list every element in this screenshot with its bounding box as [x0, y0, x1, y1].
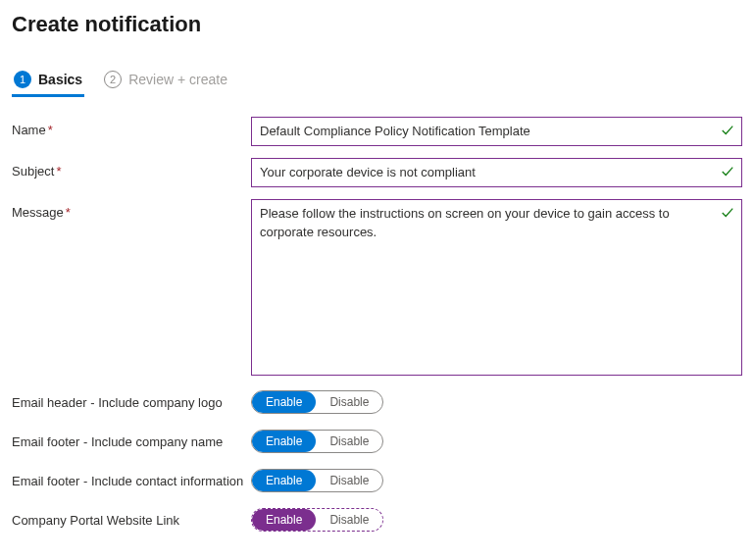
field-row-name: Name*: [12, 117, 742, 146]
toggle-portal-link[interactable]: Enable Disable: [251, 508, 383, 532]
toggle-label: Email footer - Include contact informati…: [12, 474, 251, 488]
tab-basics[interactable]: 1 Basics: [12, 65, 84, 97]
wizard-tabs: 1 Basics 2 Review + create: [12, 65, 742, 97]
toggle-option-disable[interactable]: Disable: [316, 470, 382, 491]
toggle-footer-contact[interactable]: Enable Disable: [251, 469, 383, 492]
input-wrap: Please follow the instructions on screen…: [251, 199, 742, 379]
toggle-row-footer-name: Email footer - Include company name Enab…: [12, 430, 742, 453]
toggle-label: Company Portal Website Link: [12, 513, 251, 528]
field-row-message: Message* Please follow the instructions …: [12, 199, 742, 379]
name-input[interactable]: [251, 117, 742, 146]
message-textarea[interactable]: Please follow the instructions on screen…: [251, 199, 742, 376]
label-message: Message*: [12, 199, 251, 220]
field-row-subject: Subject*: [12, 158, 742, 187]
toggle-option-enable[interactable]: Enable: [252, 509, 316, 531]
toggle-row-footer-contact: Email footer - Include contact informati…: [12, 469, 742, 492]
label-subject: Subject*: [12, 158, 251, 178]
toggle-header-logo[interactable]: Enable Disable: [251, 390, 383, 414]
required-asterisk: *: [56, 164, 61, 178]
toggle-option-disable[interactable]: Disable: [316, 431, 382, 452]
label-text: Subject: [12, 164, 54, 178]
label-text: Name: [12, 123, 46, 137]
required-asterisk: *: [48, 123, 53, 137]
tab-step-number: 2: [104, 71, 122, 88]
toggle-row-portal-link: Company Portal Website Link Enable Disab…: [12, 508, 742, 532]
toggle-option-enable[interactable]: Enable: [252, 391, 316, 413]
input-wrap: [251, 158, 742, 187]
toggle-row-header-logo: Email header - Include company logo Enab…: [12, 390, 742, 414]
toggle-option-enable[interactable]: Enable: [252, 431, 316, 452]
label-text: Message: [12, 205, 64, 220]
toggle-label: Email header - Include company logo: [12, 395, 251, 410]
tab-review-create[interactable]: 2 Review + create: [102, 65, 229, 97]
subject-input[interactable]: [251, 158, 742, 187]
input-wrap: [251, 117, 742, 146]
tab-label: Basics: [38, 72, 82, 87]
required-asterisk: *: [66, 205, 71, 220]
page-title: Create notification: [12, 12, 742, 37]
toggle-label: Email footer - Include company name: [12, 434, 251, 449]
tab-label: Review + create: [128, 72, 227, 87]
toggle-option-enable[interactable]: Enable: [252, 470, 316, 491]
tab-step-number: 1: [14, 71, 31, 88]
toggle-option-disable[interactable]: Disable: [316, 509, 382, 531]
toggle-footer-name[interactable]: Enable Disable: [251, 430, 383, 453]
toggle-option-disable[interactable]: Disable: [316, 391, 382, 413]
label-name: Name*: [12, 117, 251, 137]
